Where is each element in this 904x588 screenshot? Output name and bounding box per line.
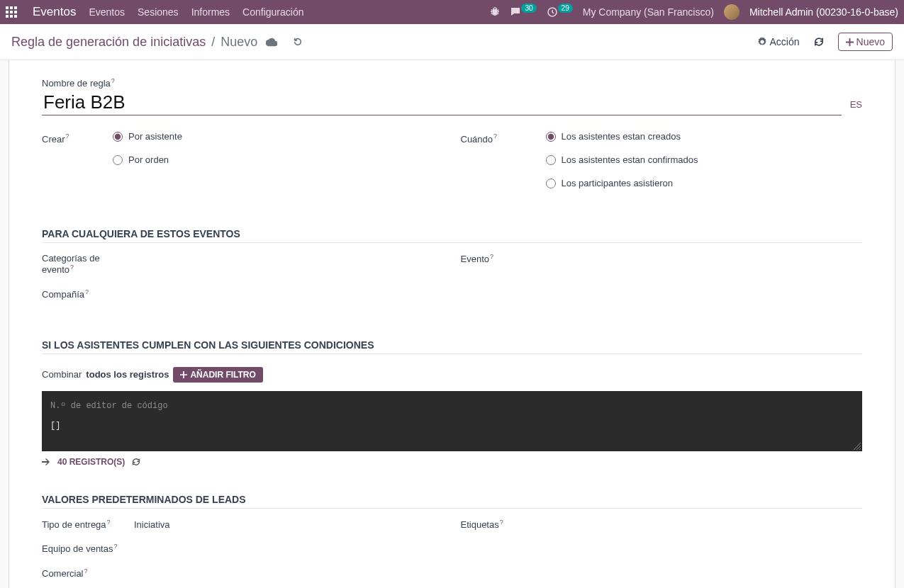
help-icon[interactable]: ? (85, 288, 89, 295)
top-navbar: Eventos Eventos Sesiones Informes Config… (0, 0, 904, 24)
resize-handle-icon[interactable] (852, 441, 861, 450)
nav-link-configuracion[interactable]: Configuración (242, 6, 303, 18)
sales-team-label: Equipo de ventas? (42, 543, 134, 554)
nav-link-informes[interactable]: Informes (191, 6, 230, 18)
when-label: Cuándo (461, 134, 493, 145)
avatar[interactable] (724, 4, 740, 20)
form-sheet: Nombre de regla? ES Crear? Por asistente (9, 60, 895, 588)
breadcrumb: Regla de generación de iniciativas / Nue… (11, 35, 757, 50)
apps-icon[interactable] (6, 6, 17, 18)
gear-icon (757, 37, 767, 47)
activities-count: 29 (558, 4, 573, 13)
radio-attendees-confirmed[interactable]: Los asistentes estan confirmados (546, 154, 698, 165)
event-label: Evento? (461, 253, 553, 264)
create-radio-group: Por asistente Por orden (113, 131, 182, 201)
radio-per-attendee[interactable]: Por asistente (113, 131, 182, 142)
cloud-save-icon[interactable] (266, 37, 277, 47)
name-input[interactable] (42, 90, 842, 115)
company-switcher[interactable]: My Company (San Francisco) (583, 6, 714, 18)
combine-prefix: Combinar (42, 369, 82, 380)
help-icon[interactable]: ? (111, 77, 115, 84)
translate-badge[interactable]: ES (850, 99, 862, 110)
help-icon[interactable]: ? (84, 567, 88, 575)
plus-icon (180, 371, 187, 378)
when-radio-group: Los asistentes estan creados Los asisten… (546, 131, 698, 201)
radio-attendees-created[interactable]: Los asistentes estan creados (546, 131, 698, 142)
svg-point-0 (493, 9, 498, 16)
records-count-link[interactable]: 40 REGISTRO(S) (57, 457, 125, 467)
event-categories-label: Categorías de evento? (42, 253, 134, 275)
help-icon[interactable]: ? (113, 543, 117, 550)
section-leads-title: VALORES PREDETERMINADOS DE LEADS (42, 494, 862, 509)
radio-attendees-attended[interactable]: Los participantes asistieron (546, 178, 698, 188)
tags-label: Etiquetas? (461, 519, 553, 530)
help-icon[interactable]: ? (500, 519, 503, 526)
help-icon[interactable]: ? (490, 253, 493, 260)
new-button[interactable]: Nuevo (838, 33, 893, 51)
refresh-icon[interactable] (814, 37, 824, 47)
section-events-title: PARA CUALQUIERA DE ESTOS EVENTOS (42, 228, 862, 243)
comercial-label: Comercial? (42, 567, 134, 579)
lead-type-label: Tipo de entrega? (42, 519, 134, 530)
domain-code-editor[interactable]: N.º de editor de código [] (42, 391, 862, 451)
code-placeholder: N.º de editor de código (50, 401, 854, 411)
plus-icon (846, 38, 854, 46)
help-icon[interactable]: ? (107, 519, 111, 526)
bug-icon[interactable] (490, 7, 500, 17)
combine-all-records: todos los registros (86, 369, 169, 380)
messaging-icon[interactable]: 30 (510, 6, 536, 18)
app-brand[interactable]: Eventos (33, 5, 76, 19)
company-label: Compañía? (42, 288, 134, 300)
section-conditions-title: SI LOS ASISTENTES CUMPLEN CON LAS SIGUIE… (42, 339, 862, 354)
nav-link-eventos[interactable]: Eventos (89, 6, 125, 18)
user-menu[interactable]: Mitchell Admin (00230-16-0-base) (749, 6, 898, 18)
activities-icon[interactable]: 29 (547, 6, 573, 18)
add-filter-button[interactable]: AÑADIR FILTRO (173, 367, 262, 383)
discard-icon[interactable] (293, 37, 303, 47)
nav-link-sesiones[interactable]: Sesiones (138, 6, 179, 18)
breadcrumb-current: Nuevo (221, 35, 257, 50)
help-icon[interactable]: ? (66, 132, 69, 140)
messaging-count: 30 (521, 4, 536, 13)
action-bar: Regla de generación de iniciativas / Nue… (0, 24, 904, 60)
lead-type-value[interactable]: Iniciativa (134, 519, 170, 530)
refresh-records-icon[interactable] (132, 458, 140, 466)
breadcrumb-separator: / (211, 35, 215, 50)
help-icon[interactable]: ? (70, 264, 74, 271)
name-label: Nombre de regla (42, 78, 111, 89)
code-content: [] (50, 421, 854, 431)
breadcrumb-root[interactable]: Regla de generación de iniciativas (11, 35, 206, 50)
action-dropdown[interactable]: Acción (757, 36, 800, 47)
create-label: Crear (42, 134, 65, 145)
radio-per-order[interactable]: Por orden (113, 154, 182, 165)
help-icon[interactable]: ? (493, 132, 497, 140)
arrow-right-icon (42, 458, 50, 466)
